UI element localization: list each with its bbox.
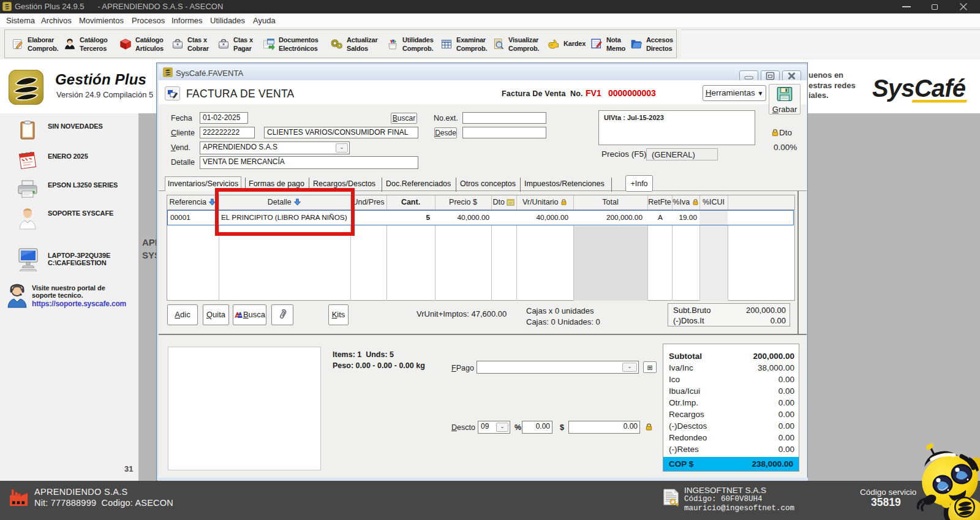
svg-text:SysCafé: SysCafé: [872, 75, 966, 102]
